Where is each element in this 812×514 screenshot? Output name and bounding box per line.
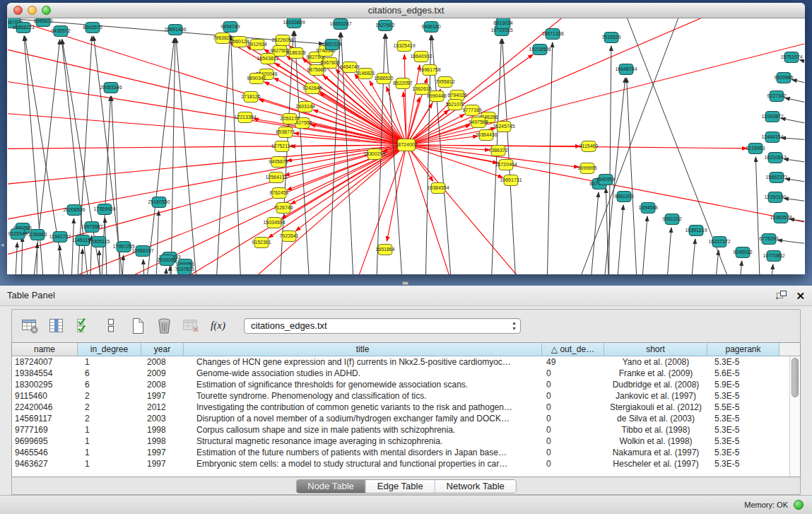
graph-node[interactable]: 19218506 (529, 45, 551, 55)
graph-edge[interactable] (502, 39, 518, 274)
graph-node[interactable]: 10653287 (329, 19, 351, 30)
graph-node[interactable]: 16210643 (764, 153, 786, 163)
table-row[interactable]: 946554611997Estimation of the future num… (12, 447, 800, 458)
graph-node[interactable]: 6775293 (759, 234, 778, 245)
graph-node[interactable]: 16648784 (615, 64, 637, 75)
graph-node[interactable]: 10651731 (500, 175, 522, 186)
graph-edge[interactable] (170, 38, 175, 274)
graph-edge[interactable] (13, 243, 17, 274)
graph-node[interactable]: 16671338 (541, 29, 563, 40)
table-row[interactable]: 977716911998Corpus callosum shape and si… (12, 424, 800, 436)
graph-node[interactable]: 9245032 (733, 247, 752, 258)
network-window[interactable]: citations_edges.txt 79638229560124891293… (7, 3, 805, 274)
graph-node[interactable]: 8990448 (427, 91, 446, 102)
table-row[interactable]: 1456911722003Disruption of a novel membe… (12, 413, 800, 424)
graph-node[interactable]: 7515526 (601, 33, 620, 43)
graph-node[interactable]: 23226058 (271, 35, 293, 46)
graph-node[interactable]: 9405679 (269, 157, 288, 168)
network-canvas[interactable]: 7963822956012489129342322605898275051654… (8, 18, 804, 274)
graph-node[interactable]: 16961758 (418, 65, 440, 76)
graph-node[interactable]: 9890341 (247, 74, 266, 84)
network-graph[interactable]: 7963822956012489129342322605898275051654… (8, 18, 804, 274)
graph-node[interactable]: 15034694 (263, 218, 285, 228)
new-document-icon[interactable] (128, 317, 147, 335)
graph-edge[interactable] (281, 145, 406, 218)
graph-node[interactable]: 7637823 (175, 264, 194, 275)
graph-edge[interactable] (736, 261, 742, 274)
graph-node[interactable]: 8522057 (393, 78, 412, 89)
graph-edge[interactable] (614, 205, 623, 274)
graph-node[interactable]: 1588520 (374, 74, 393, 84)
graph-node[interactable]: 12213384 (234, 112, 256, 123)
graph-edge[interactable] (8, 18, 406, 145)
graph-edge[interactable] (8, 145, 406, 188)
graph-edge[interactable] (792, 80, 804, 93)
panel-divider-handle[interactable] (402, 281, 408, 285)
graph-edge[interactable] (70, 218, 74, 274)
graph-node[interactable]: 9242848 (302, 83, 322, 94)
column-header-in-degree[interactable]: in_degree (78, 343, 141, 356)
graph-edge[interactable] (785, 98, 804, 112)
graph-node[interactable]: 2718126 (241, 92, 260, 103)
graph-edge[interactable] (99, 250, 101, 274)
graph-node[interactable]: 12093872 (761, 112, 783, 122)
graph-node[interactable]: 13325419 (393, 41, 415, 52)
network-window-titlebar[interactable]: citations_edges.txt (7, 3, 805, 18)
graph-node[interactable]: 9435572 (51, 26, 70, 37)
graph-edge[interactable] (785, 179, 804, 188)
graph-edge[interactable] (406, 33, 804, 145)
table-row[interactable]: 1872400712008Changes of HCN gene express… (12, 356, 800, 368)
graph-edge[interactable] (767, 264, 773, 274)
graph-node[interactable]: 9261232 (662, 214, 681, 225)
table-mode-icon[interactable] (20, 317, 40, 335)
vertical-scrollbar[interactable] (789, 356, 800, 477)
table-row[interactable]: 969969511998Structural magnetic resonanc… (12, 436, 800, 447)
function-builder-icon[interactable]: f(x) (208, 317, 228, 335)
graph-node[interactable]: 8813034 (493, 18, 512, 29)
graph-node[interactable]: 25160550 (148, 197, 170, 208)
graph-node[interactable]: 9115460 (579, 141, 599, 152)
graph-node[interactable]: 8912934 (247, 40, 266, 50)
graph-node[interactable]: 1394648 (638, 203, 657, 214)
graph-node[interactable]: 15751074 (780, 52, 802, 63)
select-all-icon[interactable] (74, 317, 93, 335)
graph-node[interactable]: 9329966 (774, 73, 793, 83)
graph-node[interactable]: 7923541 (279, 231, 298, 242)
graph-node[interactable]: 7386372 (488, 146, 507, 156)
graph-edge[interactable] (100, 96, 110, 274)
graph-node[interactable]: 10770862 (763, 251, 784, 262)
graph-node[interactable]: 9762451 (269, 188, 288, 199)
delete-table-icon[interactable] (182, 317, 201, 335)
memory-status-indicator[interactable] (794, 500, 804, 510)
graph-node[interactable]: 10391219 (685, 226, 707, 236)
graph-edge[interactable] (799, 60, 804, 75)
close-button[interactable] (13, 6, 23, 15)
graph-edge[interactable] (406, 18, 750, 145)
close-panel-icon[interactable]: ✕ (796, 291, 805, 302)
graph-node[interactable]: 16033809 (283, 18, 305, 28)
graph-node[interactable]: 9699695 (577, 163, 596, 174)
graph-node[interactable]: 36245745 (493, 122, 514, 132)
graph-edge[interactable] (406, 145, 460, 274)
graph-node[interactable]: 16720404 (495, 160, 517, 170)
column-header-out-degree[interactable]: △ out_de… (542, 343, 604, 356)
table-row[interactable]: 1830029562008Estimation of significance … (12, 379, 800, 390)
graph-node[interactable]: 1362615 (412, 84, 431, 95)
graph-edge[interactable] (688, 239, 695, 274)
graph-edge[interactable] (789, 219, 804, 228)
unselect-all-icon[interactable] (101, 317, 120, 335)
graph-node[interactable]: 7955812 (435, 77, 454, 88)
graph-edge[interactable] (214, 35, 230, 274)
graph-node[interactable]: 9454749 (220, 22, 240, 33)
graph-edge[interactable] (20, 237, 23, 274)
tab-network-table[interactable]: Network Table (435, 480, 516, 493)
show-columns-icon[interactable] (47, 317, 66, 335)
graph-node[interactable]: 9875685 (307, 65, 326, 76)
graph-edge[interactable] (143, 259, 146, 274)
graph-node[interactable]: 9777169 (462, 105, 481, 116)
graph-edge[interactable] (639, 216, 647, 274)
graph-node[interactable]: 7857224 (322, 40, 341, 50)
graph-node[interactable]: 9497568 (469, 117, 488, 128)
graph-edge[interactable] (781, 138, 804, 143)
graph-node[interactable]: 7126746 (273, 203, 293, 214)
